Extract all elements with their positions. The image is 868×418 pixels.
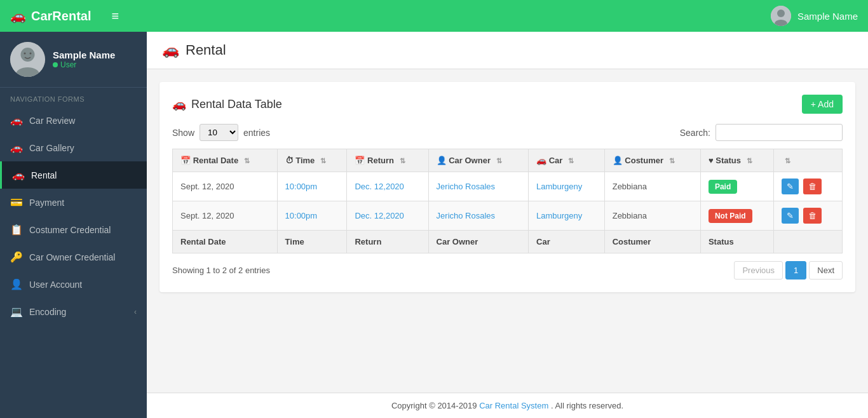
col-car-owner-icon: 👤 xyxy=(437,156,447,165)
cell-actions: ✎ 🗑 xyxy=(774,201,843,231)
sidebar-item-label: Car Owner Credential xyxy=(29,252,137,262)
show-entries: Show 10 25 50 100 entries xyxy=(172,124,270,141)
col-return[interactable]: 📅 Return ⇅ xyxy=(347,149,428,172)
footer-costumer: Costumer xyxy=(604,231,700,253)
table-controls: Show 10 25 50 100 entries Search: xyxy=(172,124,843,141)
col-actions: ⇅ xyxy=(774,149,843,172)
svg-point-4 xyxy=(21,48,35,62)
footer-car-owner: Car Owner xyxy=(428,231,528,253)
sidebar-item-car-review[interactable]: 🚗 Car Review xyxy=(0,107,147,134)
payment-icon: 💳 xyxy=(10,196,23,208)
car-owner-credential-icon: 🔑 xyxy=(10,251,23,263)
rental-icon: 🚗 xyxy=(12,169,25,181)
sidebar-item-encoding[interactable]: 💻 Encoding ‹ xyxy=(0,298,147,325)
col-status[interactable]: ♥ Status ⇅ xyxy=(700,149,773,172)
footer-text-after: . All rights reserved. xyxy=(551,401,623,410)
delete-button[interactable]: 🗑 xyxy=(803,179,822,194)
layout: Sample Name User Navigation Forms 🚗 Car … xyxy=(0,32,868,418)
data-card: 🚗 Rental Data Table + Add Show 10 25 50 … xyxy=(159,82,855,292)
car-link[interactable]: Lamburgeny xyxy=(536,211,582,220)
col-return-icon: 📅 xyxy=(355,156,365,165)
page-title: Rental xyxy=(186,42,226,58)
card-title-icon: 🚗 xyxy=(172,97,186,111)
edit-button[interactable]: ✎ xyxy=(782,208,799,224)
card-header: 🚗 Rental Data Table + Add xyxy=(172,95,843,114)
page-1-button[interactable]: 1 xyxy=(785,261,806,280)
edit-button[interactable]: ✎ xyxy=(782,179,799,194)
sidebar-item-rental[interactable]: 🚗 Rental xyxy=(0,161,147,189)
car-link[interactable]: Lamburgeny xyxy=(536,182,582,191)
sort-icon: ⇅ xyxy=(244,157,250,165)
table-row: Sept. 12, 2020 10:00pm Dec. 12,2020 Jeri… xyxy=(173,201,843,231)
sidebar-section-label: Navigation Forms xyxy=(0,88,147,107)
delete-button[interactable]: 🗑 xyxy=(803,208,822,224)
sidebar-item-payment[interactable]: 💳 Payment xyxy=(0,189,147,216)
svg-point-1 xyxy=(777,10,785,17)
page-header: 🚗 Rental xyxy=(147,32,868,69)
col-status-icon: ♥ xyxy=(709,156,714,165)
cell-actions: ✎ 🗑 xyxy=(774,172,843,201)
pagination: Previous 1 Next xyxy=(734,261,843,280)
sidebar-item-user-account[interactable]: 👤 User Account xyxy=(0,271,147,298)
car-owner-link[interactable]: Jericho Rosales xyxy=(437,211,496,220)
sort-icon: ⇅ xyxy=(400,157,405,165)
return-link[interactable]: Dec. 12,2020 xyxy=(355,182,403,191)
add-button[interactable]: + Add xyxy=(802,95,843,114)
footer-time: Time xyxy=(277,231,347,253)
footer-status: Status xyxy=(700,231,773,253)
footer-car: Car xyxy=(529,231,605,253)
content-area: 🚗 Rental Data Table + Add Show 10 25 50 … xyxy=(147,69,868,393)
footer-rental-date: Rental Date xyxy=(173,231,278,253)
table-body: Sept. 12, 2020 10:00pm Dec. 12,2020 Jeri… xyxy=(173,172,843,231)
sidebar-item-label: Car Gallery xyxy=(29,143,137,153)
col-rental-date[interactable]: 📅 Rental Date ⇅ xyxy=(173,149,278,172)
entries-label: entries xyxy=(243,128,270,138)
time-link[interactable]: 10:00pm xyxy=(285,182,318,191)
rental-table: 📅 Rental Date ⇅ ⏱ Time ⇅ 📅 xyxy=(172,149,843,253)
table-head: 📅 Rental Date ⇅ ⏱ Time ⇅ 📅 xyxy=(173,149,843,172)
avatar-small xyxy=(771,6,791,26)
cell-return: Dec. 12,2020 xyxy=(347,172,428,201)
card-title-text: Rental Data Table xyxy=(191,98,282,111)
avatar-large xyxy=(10,42,45,77)
sidebar-item-car-owner-credential[interactable]: 🔑 Car Owner Credential xyxy=(0,243,147,271)
table-row: Sept. 12, 2020 10:00pm Dec. 12,2020 Jeri… xyxy=(173,172,843,201)
encoding-chevron-icon: ‹ xyxy=(134,307,137,316)
sort-icon: ⇅ xyxy=(568,157,574,165)
sidebar: Sample Name User Navigation Forms 🚗 Car … xyxy=(0,32,147,418)
next-button[interactable]: Next xyxy=(809,261,843,280)
col-car[interactable]: 🚗 Car ⇅ xyxy=(529,149,605,172)
sidebar-item-costumer-credential[interactable]: 📋 Costumer Credential xyxy=(0,216,147,243)
cell-return: Dec. 12,2020 xyxy=(347,201,428,231)
cell-car: Lamburgeny xyxy=(529,172,605,201)
user-account-icon: 👤 xyxy=(10,278,23,290)
footer-link[interactable]: Car Rental System xyxy=(479,401,548,410)
hamburger-button[interactable]: ≡ xyxy=(111,9,119,24)
previous-button[interactable]: Previous xyxy=(734,261,783,280)
col-costumer[interactable]: 👤 Costumer ⇅ xyxy=(604,149,700,172)
sort-icon: ⇅ xyxy=(320,157,326,165)
main-content: 🚗 Rental 🚗 Rental Data Table + Add Show xyxy=(147,32,868,418)
sidebar-item-label: User Account xyxy=(29,280,137,290)
table-footer-row: Rental Date Time Return Car Owner Car Co… xyxy=(173,231,843,253)
col-time[interactable]: ⏱ Time ⇅ xyxy=(277,149,347,172)
car-review-icon: 🚗 xyxy=(10,114,23,126)
svg-point-6 xyxy=(24,53,26,55)
online-indicator xyxy=(53,62,58,67)
cell-rental-date: Sept. 12, 2020 xyxy=(173,201,278,231)
sidebar-item-car-gallery[interactable]: 🚗 Car Gallery xyxy=(0,134,147,161)
topbar-username: Sample Name xyxy=(797,11,858,22)
col-car-owner[interactable]: 👤 Car Owner ⇅ xyxy=(428,149,528,172)
entries-select[interactable]: 10 25 50 100 xyxy=(200,124,238,141)
time-link[interactable]: 10:00pm xyxy=(285,211,318,220)
car-owner-link[interactable]: Jericho Rosales xyxy=(437,182,496,191)
col-car-icon: 🚗 xyxy=(536,156,546,165)
search-input[interactable] xyxy=(715,124,843,141)
status-badge: Paid xyxy=(709,180,737,194)
sidebar-item-label: Rental xyxy=(31,170,137,180)
cell-car-owner: Jericho Rosales xyxy=(428,201,528,231)
entries-info: Showing 1 to 2 of 2 entries xyxy=(172,266,270,275)
brand: 🚗 CarRental xyxy=(10,8,91,24)
return-link[interactable]: Dec. 12,2020 xyxy=(355,211,403,220)
sort-icon: ⇅ xyxy=(747,157,752,165)
